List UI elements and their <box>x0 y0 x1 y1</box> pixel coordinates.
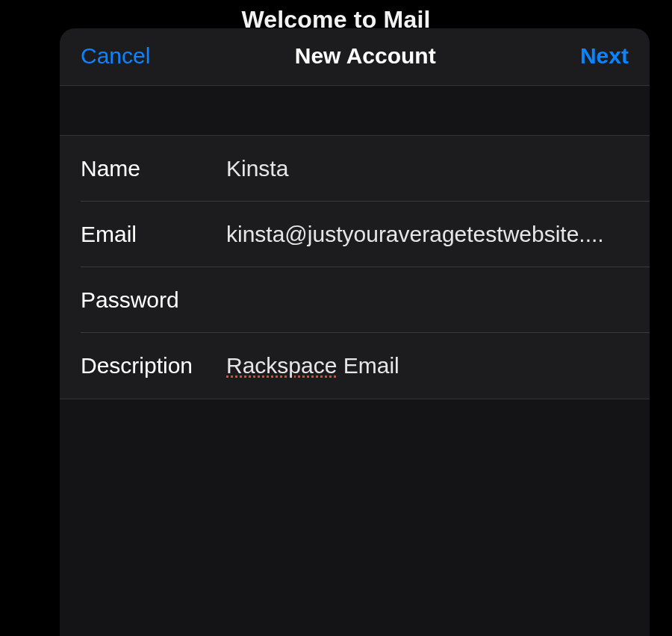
email-input[interactable] <box>226 222 629 247</box>
email-label: Email <box>81 222 226 247</box>
description-row: Description Rackspace Email <box>60 333 650 399</box>
sheet-title: New Account <box>295 43 436 69</box>
password-row: Password <box>60 267 650 333</box>
email-row: Email <box>60 202 650 267</box>
cancel-button[interactable]: Cancel <box>81 43 150 69</box>
description-value-rest: Email <box>337 353 399 378</box>
sheet-bottom-area <box>60 399 650 636</box>
name-label: Name <box>81 156 226 181</box>
description-label: Description <box>81 353 226 378</box>
section-spacer <box>60 86 650 135</box>
password-label: Password <box>81 287 226 313</box>
next-button[interactable]: Next <box>580 43 629 69</box>
password-input[interactable] <box>226 287 629 313</box>
sheet-header: Cancel New Account Next <box>60 28 650 86</box>
new-account-sheet: Cancel New Account Next Name Email Passw… <box>60 28 650 636</box>
description-value-word: Rackspace <box>226 353 337 378</box>
name-input[interactable] <box>226 156 629 181</box>
description-input[interactable]: Rackspace Email <box>226 353 629 378</box>
name-row: Name <box>60 136 650 202</box>
account-form: Name Email Password Description Rackspac… <box>60 135 650 399</box>
